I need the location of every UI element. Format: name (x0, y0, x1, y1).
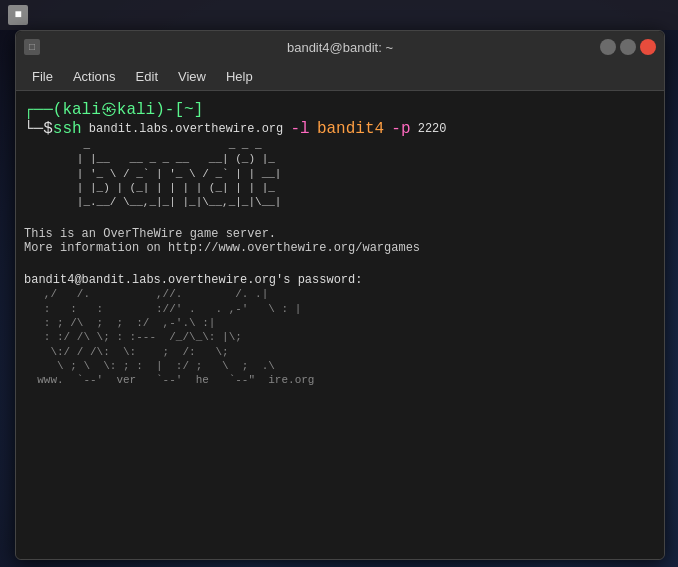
taskbar: ■ (0, 0, 678, 30)
prompt-user: ┌──(kali㉿kali)-[~] (24, 99, 203, 120)
window-controls (600, 39, 656, 55)
maximize-button[interactable] (620, 39, 636, 55)
ascii-art2: ,/ /. ,//. /. .| : : : ://' . . ,-' \ : … (24, 287, 656, 387)
cmd-user: bandit4 (317, 120, 384, 138)
menu-view[interactable]: View (170, 67, 214, 86)
minimize-button[interactable] (600, 39, 616, 55)
cmd-flag-p: -p (391, 120, 410, 138)
cmd-port: 2220 (411, 121, 447, 138)
prompt-line: ┌──(kali㉿kali)-[~] (24, 99, 656, 120)
cmd-flag-l: -l (290, 120, 309, 138)
cmd-space1 (310, 121, 317, 138)
title-bar: □ bandit4@bandit: ~ (16, 31, 664, 63)
menu-edit[interactable]: Edit (128, 67, 166, 86)
ascii-banner: _ _ _ _ | |__ __ _ _ __ __| (_) |_ | '_ … (24, 138, 656, 209)
close-button[interactable] (640, 39, 656, 55)
terminal-window: □ bandit4@bandit: ~ File Actions Edit Vi… (15, 30, 665, 560)
taskbar-icon: ■ (8, 5, 28, 25)
info-line1: This is an OverTheWire game server. (24, 227, 656, 241)
scrollbar[interactable] (654, 131, 662, 559)
menu-help[interactable]: Help (218, 67, 261, 86)
command-line: └─$ ssh bandit.labs.overthewire.org -l b… (24, 120, 656, 138)
cmd-host: bandit.labs.overthewire.org (82, 121, 291, 138)
ascii-banner-text: _ _ _ _ | |__ __ _ _ __ __| (_) |_ | '_ … (24, 138, 656, 209)
menu-bar: File Actions Edit View Help (16, 63, 664, 91)
password-prompt: bandit4@bandit.labs.overthewire.org's pa… (24, 273, 656, 287)
window-icon: □ (24, 39, 40, 55)
ascii-art2-block: ,/ /. ,//. /. .| : : : ://' . . ,-' \ : … (24, 287, 656, 387)
cmd-ssh: ssh (53, 120, 82, 138)
menu-file[interactable]: File (24, 67, 61, 86)
cmd-space2 (384, 121, 391, 138)
info-line2: More information on http://www.overthewi… (24, 241, 656, 255)
terminal-title: bandit4@bandit: ~ (287, 40, 393, 55)
menu-actions[interactable]: Actions (65, 67, 124, 86)
terminal-content[interactable]: ┌──(kali㉿kali)-[~] └─$ ssh bandit.labs.o… (16, 91, 664, 559)
prompt-dollar: └─$ (24, 120, 53, 138)
